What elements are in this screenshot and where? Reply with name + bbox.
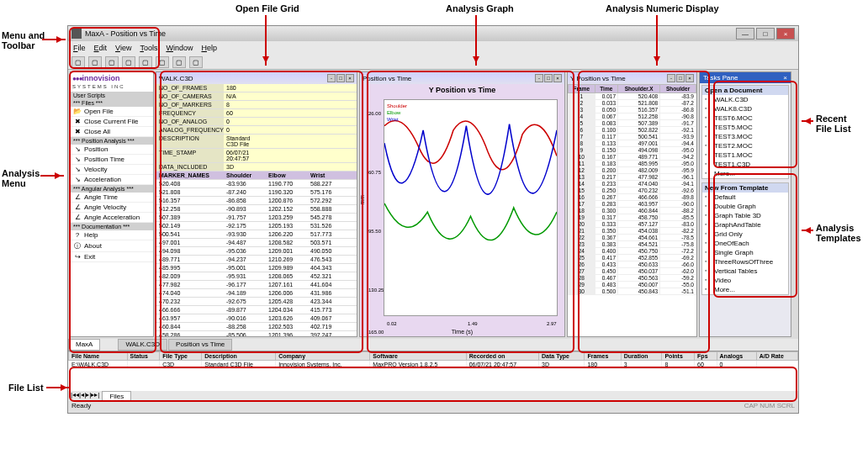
data-row[interactable]: 463.957-90.0161203.626409.067 [156,314,357,323]
data-row[interactable]: 497.001-94.4871208.582503.571 [156,239,357,247]
table-row[interactable]: 10.017520.408-83.9 [569,93,696,100]
menu-item-position[interactable]: ↘Position [71,145,153,155]
meta-row[interactable]: TIME_STAMP06/07/21 20:47:57 [156,149,357,163]
menu-item-acceleration[interactable]: ↘Acceleration [71,175,153,185]
panel-max-icon[interactable]: □ [544,74,553,82]
menu-item-angle-acceleration[interactable]: ∠Angle Acceleration [71,213,153,223]
table-row[interactable]: 130.217477.982-96.1 [569,174,696,181]
meta-row[interactable]: NO_OF_MARKERS8 [156,101,357,109]
table-row[interactable]: 120.200482.009-95.9 [569,167,696,174]
template-item[interactable]: Grid Only [702,230,788,239]
panel-max-icon[interactable]: □ [336,74,345,82]
tab-analysis[interactable]: Position vs Time [168,339,232,351]
paste-icon[interactable]: ▢ [156,56,169,68]
data-row[interactable]: 494.098-95.0361209.001490.050 [156,247,357,256]
print-icon[interactable]: ▢ [172,56,186,68]
num-col-header[interactable]: Time [595,85,617,93]
panel-close-icon[interactable]: × [553,74,562,82]
panel-max-icon[interactable]: □ [676,74,685,82]
new-icon[interactable]: ▢ [71,56,85,68]
table-row[interactable]: 70.117500.541-93.9 [569,134,696,140]
meta-row[interactable]: DESCRIPTIONStandard C3D File [156,135,357,149]
menu-item-angle-velocity[interactable]: ∠Angle Velocity [71,203,153,213]
data-row[interactable]: 516.357-86.8581200.876572.292 [156,197,357,205]
menu-item-about[interactable]: ⓘAbout [71,240,153,252]
file-table[interactable]: File NameStatusFile TypeDescriptionCompa… [68,351,798,369]
open-doc-header[interactable]: Open a Document [702,86,788,95]
table-row[interactable]: 160.267466.666-89.8 [569,194,696,201]
table-row[interactable]: 250.417452.855-69.2 [569,255,696,261]
data-row[interactable]: 474.040-94.1891206.006431.986 [156,289,357,298]
file-col-header[interactable]: Frames [585,352,621,361]
file-col-header[interactable]: Data Type [539,352,585,361]
file-col-header[interactable]: Description [202,352,276,361]
template-item[interactable]: OneOfEach [702,239,788,248]
open-icon[interactable]: ▢ [88,56,102,68]
maximize-button[interactable]: □ [756,28,775,40]
meta-row[interactable]: FREQUENCY60 [156,109,357,118]
chart-header[interactable]: Position vs Time - □ × [360,72,564,84]
panel-min-icon[interactable]: - [327,74,336,82]
file-col-header[interactable]: Status [127,352,160,361]
file-col-header[interactable]: Recorded on [466,352,538,361]
template-item[interactable]: Video [702,276,788,285]
table-row[interactable]: 260.433450.633-66.0 [569,261,696,268]
file-col-header[interactable]: File Name [69,352,128,361]
table-row[interactable]: 20.033521.808-87.2 [569,100,696,107]
templates-header[interactable]: New From Template [702,183,788,193]
data-row[interactable]: 512.258-90.8931202.152558.888 [156,205,357,214]
menu-item-angle-time[interactable]: ∠Angle Time [71,193,153,203]
table-row[interactable]: 220.367454.661-78.5 [569,235,696,241]
recent-file-item[interactable]: WALK8.C3D [702,104,788,114]
table-row[interactable]: 110.183485.995-95.0 [569,161,696,167]
table-row[interactable]: 30.050516.357-86.8 [569,107,696,114]
grid-header[interactable]: WALK.C3D - □ × [156,72,357,84]
recent-more[interactable]: More... [702,169,788,178]
data-row[interactable]: 485.995-95.0011209.989464.343 [156,264,357,272]
file-col-header[interactable]: Company [276,352,370,361]
table-row[interactable]: 140.233474.040-94.1 [569,181,696,187]
template-item[interactable]: Double Graph [702,202,788,211]
table-row[interactable]: 290.483450.007-55.0 [569,282,696,288]
menu-item-position-time[interactable]: ↘Position Time [71,155,153,165]
table-row[interactable]: 200.333457.127-83.0 [569,221,696,228]
tab-files[interactable]: Files [102,391,131,401]
numeric-header[interactable]: Y Position vs Time - □ × [568,72,696,84]
data-row[interactable]: 502.149-92.1751205.193531.526 [156,222,357,230]
help-icon[interactable]: ▢ [189,56,203,68]
table-row[interactable]: 300.500450.843-51.1 [569,288,696,295]
data-row[interactable]: 507.389-91.7571203.259545.278 [156,214,357,222]
recent-file-item[interactable]: TEST1.C3D [702,160,788,169]
file-col-header[interactable]: Points [662,352,695,361]
menu-help[interactable]: Help [201,44,217,52]
save-icon[interactable]: ▢ [105,56,119,68]
menu-item-open-file[interactable]: 📂Open File [71,107,153,117]
recent-file-item[interactable]: WALK.C3D [702,95,788,104]
data-row[interactable]: 482.009-95.9311208.065452.321 [156,272,357,281]
menu-tools[interactable]: Tools [140,44,157,52]
recent-file-item[interactable]: TEST5.MOC [702,123,788,132]
chart-body[interactable]: Y Position vs Time mm Time (s) -26.00-60… [360,84,564,336]
table-row[interactable]: 170.283463.957-90.0 [569,201,696,208]
menu-item-close-current-file[interactable]: ✖Close Current File [71,117,153,127]
template-item[interactable]: Vertical Tables [702,267,788,276]
menu-item-exit[interactable]: ↪Exit [71,252,153,262]
tab-maxa[interactable]: MaxA [68,339,100,351]
tab-file[interactable]: WALK.C3D [118,339,167,351]
recent-file-item[interactable]: TEST1.MOC [702,150,788,160]
menu-edit[interactable]: Edit [94,44,108,52]
templates-more[interactable]: More... [702,285,788,294]
table-row[interactable]: 280.467450.563-59.2 [569,275,696,282]
recent-file-item[interactable]: TEST6.MOC [702,114,788,123]
data-row[interactable]: 520.408-83.9361190.770588.227 [156,180,357,188]
table-row[interactable]: 240.400450.750-72.2 [569,248,696,255]
panel-close-icon[interactable]: × [346,74,354,82]
table-row[interactable]: 50.083507.389-91.7 [569,120,696,127]
meta-row[interactable]: NO_OF_CAMERASN/A [156,92,357,101]
table-row[interactable]: 60.100502.822-92.1 [569,127,696,134]
num-col-header[interactable]: Shoulder [660,85,696,93]
file-col-header[interactable]: A/D Rate [756,352,797,361]
close-button[interactable]: × [776,28,795,40]
file-col-header[interactable]: Duration [621,352,662,361]
table-row[interactable]: 150.250470.232-92.6 [569,187,696,194]
